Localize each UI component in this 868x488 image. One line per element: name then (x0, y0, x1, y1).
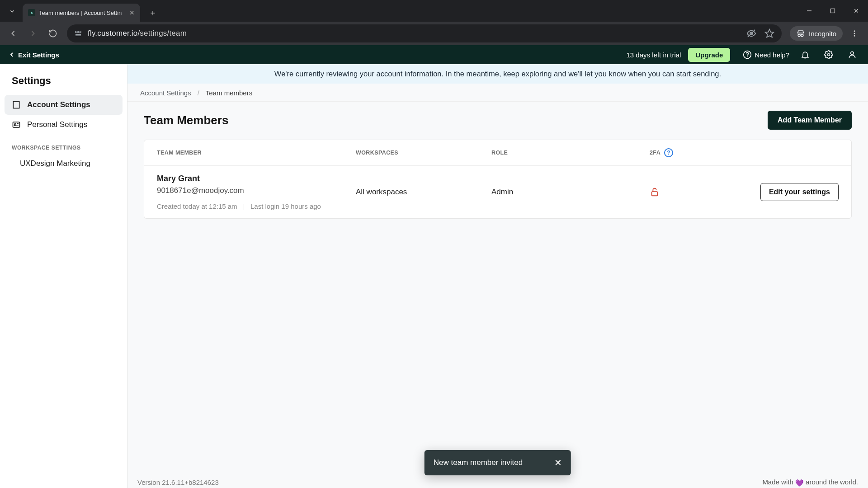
window-maximize-button[interactable] (821, 0, 844, 22)
heart-icon: 💜 (795, 479, 804, 487)
tracking-blocked-icon[interactable] (746, 28, 756, 38)
main-content: We're currently reviewing your account i… (127, 64, 868, 488)
notifications-icon[interactable] (797, 47, 813, 62)
app-topbar: Exit Settings 13 days left in trial Upgr… (0, 45, 868, 64)
member-email: 9018671e@moodjoy.com (157, 186, 330, 195)
breadcrumb-root[interactable]: Account Settings (140, 89, 191, 97)
browser-menu-button[interactable] (845, 24, 863, 42)
new-tab-button[interactable]: ＋ (146, 5, 160, 20)
browser-tabstrip: ⋄ Team members | Account Settin ✕ ＋ ✕ (0, 0, 868, 22)
svg-point-16 (747, 56, 748, 57)
svg-rect-19 (13, 102, 19, 108)
window-close-button[interactable]: ✕ (844, 0, 868, 22)
sidebar-item-label: Account Settings (27, 100, 90, 109)
add-team-member-button[interactable]: Add Team Member (768, 111, 852, 130)
svg-point-12 (854, 30, 855, 32)
team-members-table: TEAM MEMBER WORKSPACES ROLE 2FA ? Mary G… (144, 140, 852, 219)
version-text: Version 21.6.11+b8214623 (137, 479, 219, 486)
col-header-2fa: 2FA ? (637, 140, 700, 165)
member-last-login: Last login 19 hours ago (250, 202, 321, 210)
url-text: fly.customer.io/settings/team (88, 29, 187, 38)
sidebar-heading: Settings (5, 73, 123, 95)
svg-marker-8 (765, 29, 774, 37)
settings-gear-icon[interactable] (821, 47, 836, 62)
nav-reload-button[interactable] (44, 25, 61, 42)
table-row: Mary Grant 9018671e@moodjoy.com Created … (144, 166, 851, 218)
sidebar-item-personal-settings[interactable]: Personal Settings (5, 115, 123, 135)
sidebar-item-account-settings[interactable]: Account Settings (5, 95, 123, 115)
sidebar-item-label: Personal Settings (27, 120, 87, 129)
toast-message: New team member invited (434, 458, 523, 467)
tab-title: Team members | Account Settin (39, 9, 126, 16)
need-help-label: Need help? (755, 51, 789, 59)
address-bar[interactable]: fly.customer.io/settings/team (67, 24, 782, 42)
exit-settings-label: Exit Settings (18, 51, 59, 59)
svg-point-9 (798, 34, 800, 37)
toast-notification: New team member invited ✕ (425, 450, 571, 475)
svg-point-14 (854, 35, 855, 37)
tab-favicon: ⋄ (28, 9, 35, 16)
account-avatar-icon[interactable] (844, 47, 860, 62)
page-title: Team Members (144, 113, 228, 127)
window-minimize-button[interactable] (797, 0, 821, 22)
col-header-actions (700, 145, 851, 161)
member-role: Admin (479, 179, 637, 205)
unlock-icon (650, 187, 688, 197)
svg-rect-2 (75, 31, 78, 33)
breadcrumb-current: Team members (206, 89, 252, 97)
incognito-label: Incognito (809, 30, 836, 38)
svg-point-18 (851, 52, 854, 55)
help-circle-icon[interactable]: ? (664, 148, 673, 157)
sidebar-workspace-item[interactable]: UXDesign Marketing (5, 155, 123, 173)
edit-settings-button[interactable]: Edit your settings (760, 183, 839, 201)
review-banner: We're currently reviewing your account i… (127, 64, 868, 84)
incognito-indicator[interactable]: Incognito (790, 26, 843, 41)
tab-close-icon[interactable]: ✕ (129, 9, 135, 16)
col-header-member: TEAM MEMBER (144, 141, 343, 164)
svg-point-17 (828, 54, 830, 56)
col-header-role: ROLE (479, 141, 637, 164)
upgrade-button[interactable]: Upgrade (688, 48, 730, 62)
svg-point-10 (801, 34, 803, 37)
nav-back-button[interactable] (5, 25, 22, 42)
svg-rect-1 (831, 9, 835, 13)
sidebar-section-header: WORKSPACE SETTINGS (5, 135, 123, 155)
building-icon (12, 100, 21, 109)
need-help-button[interactable]: Need help? (743, 50, 789, 59)
exit-settings-button[interactable]: Exit Settings (8, 51, 59, 59)
made-with-text: Made with 💜 around the world. (762, 478, 858, 486)
breadcrumb: Account Settings / Team members (127, 84, 868, 102)
settings-sidebar: Settings Account Settings Personal Setti… (0, 64, 127, 488)
browser-tab[interactable]: ⋄ Team members | Account Settin ✕ (23, 4, 140, 22)
member-created: Created today at 12:15 am (157, 202, 237, 210)
toast-close-icon[interactable]: ✕ (554, 457, 562, 468)
twofa-label: 2FA (650, 150, 660, 156)
breadcrumb-separator: / (198, 89, 199, 97)
trial-days-text: 13 days left in trial (627, 51, 681, 59)
svg-point-13 (854, 33, 855, 34)
site-info-icon[interactable] (74, 29, 82, 38)
member-name: Mary Grant (157, 174, 330, 183)
col-header-workspaces: WORKSPACES (343, 141, 479, 164)
member-workspaces: All workspaces (343, 179, 479, 205)
bookmark-icon[interactable] (764, 28, 774, 38)
svg-rect-3 (79, 31, 81, 33)
svg-rect-33 (652, 192, 658, 196)
id-card-icon (12, 120, 21, 129)
svg-rect-29 (13, 122, 20, 127)
nav-forward-button[interactable] (24, 25, 42, 42)
member-meta: Created today at 12:15 am Last login 19 … (157, 202, 330, 210)
tab-search-dropdown[interactable] (4, 3, 21, 20)
browser-toolbar: fly.customer.io/settings/team Incognito (0, 22, 868, 45)
